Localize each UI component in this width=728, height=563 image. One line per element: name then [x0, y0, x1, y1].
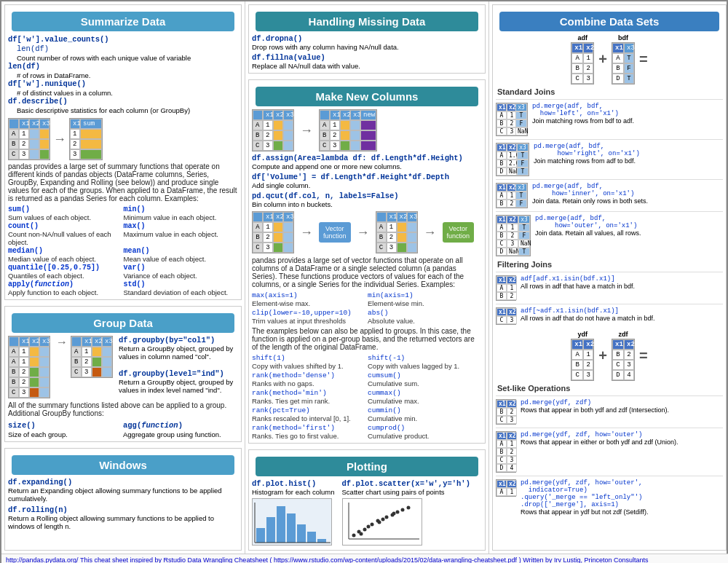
- scatter-code: df.plot.scatter(x='w',y='h'): [342, 479, 470, 488]
- rolling-desc: Return a Rolling object allowing summary…: [8, 514, 238, 530]
- combine-visual-top: adf x1x2 A1 B2 C3 + bdf x1x3 AT BF: [496, 34, 723, 84]
- svg-point-11: [352, 534, 355, 538]
- groupby1-code: df.groupby(by="col1"): [119, 336, 238, 345]
- plotting-area: df.plot.hist() Histogram for each column: [252, 479, 482, 547]
- groupby2-code: df.groupby(level="ind"): [119, 369, 238, 378]
- svg-point-20: [395, 511, 399, 514]
- assign-code: df.assign(Area=lambda df: df.Length*df.H…: [252, 154, 482, 162]
- nunique-desc: # of distinct values in a column.: [8, 88, 238, 97]
- summary-intro: pandas provides a large set of summary f…: [8, 162, 238, 202]
- shift-functions: shift(1) Copy with values shifted by 1. …: [252, 354, 482, 440]
- expanding-code: df.expanding(): [8, 478, 238, 487]
- svg-point-22: [406, 506, 410, 510]
- scatter-chart: [342, 498, 422, 546]
- vector-functions: max(axis=1) Element-wise max. min(axis=1…: [252, 291, 482, 325]
- histogram-chart: [252, 498, 332, 546]
- svg-point-18: [384, 516, 388, 519]
- vector-intro: pandas provides a large set of vector fu…: [252, 256, 482, 288]
- nunique-code: df['w'].nunique(): [8, 79, 238, 88]
- describe-desc: Basic descriptive statistics for each co…: [8, 106, 238, 114]
- footer-text2: ) Written by Irv Lustig,: [519, 556, 582, 563]
- svg-point-25: [392, 512, 395, 516]
- set-op-2: x1x2 A1 B2 C3 D4 pd.merge(ydf, zdf, how=…: [496, 428, 723, 473]
- scatter-desc: Scatter chart using pairs of points: [342, 488, 470, 496]
- groupby2-desc: Return a GroupBy object, grouped by valu…: [119, 378, 238, 394]
- svg-rect-10: [343, 499, 422, 546]
- hist-code: df.plot.hist(): [252, 479, 335, 488]
- svg-point-15: [370, 523, 373, 527]
- svg-rect-6: [307, 532, 316, 543]
- expanding-desc: Return an Expanding object allowing summ…: [8, 487, 238, 503]
- vector-visual: x1x2x3 A1 B2 C3 → Vectorfunction → x1x2x…: [252, 211, 482, 253]
- svg-point-17: [381, 518, 384, 521]
- combine-header: Combine Data Sets: [499, 12, 719, 31]
- footer-link1[interactable]: http://pandas.pydata.org/: [6, 556, 79, 563]
- len-desc: # of rows in DataFrame.: [8, 71, 238, 79]
- value-counts-desc: len(df) Count number of rows with each u…: [8, 44, 238, 62]
- footer-text1: This cheat sheet inspired by Rstudio Dat…: [80, 556, 272, 563]
- makenew-visual: x1x2x3 A1 B2 C3 → x1x2x3new A1 B2 C3: [252, 109, 482, 151]
- inner-join: x1x2x3 A1T B2F pd.merge(adf, bdf, how='i…: [496, 179, 723, 208]
- set-ops-label: Set-like Operations: [497, 384, 723, 393]
- svg-point-24: [377, 521, 381, 524]
- handling-header: Handling Missing Data: [256, 12, 478, 31]
- set-op-3: x1x2 A1 pd.merge(ydf, zdf, how='outer', …: [496, 476, 723, 516]
- qcut-code: pd.qcut(df.col, n, labels=False): [252, 192, 482, 200]
- right-join: x1x2x3 A1.0T B2.0F DNaNT pd.merge(adf, b…: [496, 139, 723, 176]
- svg-point-13: [363, 528, 366, 532]
- filtering-joins-label: Filtering Joins: [497, 260, 723, 269]
- groupby1-desc: Return a GroupBy object, grouped by valu…: [119, 345, 238, 361]
- svg-rect-2: [266, 517, 275, 543]
- left-join: x1x2x3 A1T B2F C3NaN pd.merge(adf, bdf, …: [496, 99, 723, 136]
- footer: http://pandas.pydata.org/ This cheat she…: [1, 554, 728, 563]
- outer-join: x1x2x3 A1T B2F C3NaN DNaNT pd.merge(adf,…: [496, 211, 723, 256]
- dropna-code: df.dropna(): [252, 34, 482, 43]
- value-counts-code: df['w'].value_counts(): [8, 34, 238, 44]
- svg-point-23: [359, 532, 363, 536]
- assign-desc: Compute and append one or more new colum…: [252, 162, 482, 170]
- plotting-header: Plotting: [256, 457, 478, 476]
- windows-header: Windows: [12, 455, 234, 475]
- describe-code: df.describe(): [8, 97, 238, 106]
- filter-join-2: x1x2 C3 adf[~adf.x1.isin(bdf.x1)] All ro…: [496, 304, 723, 325]
- svg-point-21: [400, 508, 404, 512]
- addcol-code: df['Volume'] = df.Length*df.Height*df.De…: [252, 173, 482, 181]
- svg-rect-3: [277, 506, 285, 543]
- groupdata-functions: size() Size of each group. agg(function)…: [8, 420, 238, 438]
- svg-rect-5: [297, 524, 306, 543]
- makenew-header: Make New Columns: [256, 87, 478, 106]
- svg-rect-1: [256, 528, 265, 543]
- groupdata-header: Group Data: [12, 313, 234, 333]
- fillna-code: df.fillna(value): [252, 53, 482, 62]
- hist-desc: Histogram for each column: [252, 488, 335, 496]
- combine-visual-bottom: ydf x1x2 A1 B2 C3 + zdf x1x2 B2 C3: [496, 331, 723, 381]
- fillna-desc: Replace all NA/null data with value.: [252, 62, 482, 70]
- groupdata-note: All of the summary functions listed abov…: [8, 401, 238, 417]
- svg-rect-7: [317, 539, 326, 543]
- addcol-desc: Add single column.: [252, 181, 482, 189]
- summarize-visual: x1x2x3 A1 B2 C3 → x1sum 1 2 3: [8, 118, 238, 160]
- dropna-desc: Drop rows with any column having NA/null…: [252, 43, 482, 51]
- footer-link2[interactable]: https://www.rstudio.com/wp-content/uploa…: [274, 556, 517, 563]
- filter-join-1: x1x2 A1 B2 adf[adf.x1.isin(bdf.x1)] All …: [496, 272, 723, 301]
- len-code: len(df): [8, 62, 238, 71]
- rolling-code: df.rolling(n): [8, 505, 238, 514]
- qcut-desc: Bin column into n buckets.: [252, 200, 482, 208]
- footer-link3[interactable]: Princeton Consultants: [585, 556, 649, 563]
- summarize-header: Summarize Data: [12, 12, 234, 31]
- standard-joins-label: Standard Joins: [497, 87, 723, 96]
- groupdata-visual: x1x2x3 A1 A1 B2 B2 C3 → x1x2x3 A1 B2 C3: [8, 336, 238, 398]
- svg-rect-4: [287, 513, 296, 543]
- set-op-1: x1x2 B2 C3 pd.merge(ydf, zdf) Rows that …: [496, 395, 723, 425]
- function-grid: sum() Sum values of each object. min() M…: [8, 205, 238, 296]
- shift-note: The examples below can also be applied t…: [252, 327, 482, 351]
- svg-point-14: [366, 525, 370, 529]
